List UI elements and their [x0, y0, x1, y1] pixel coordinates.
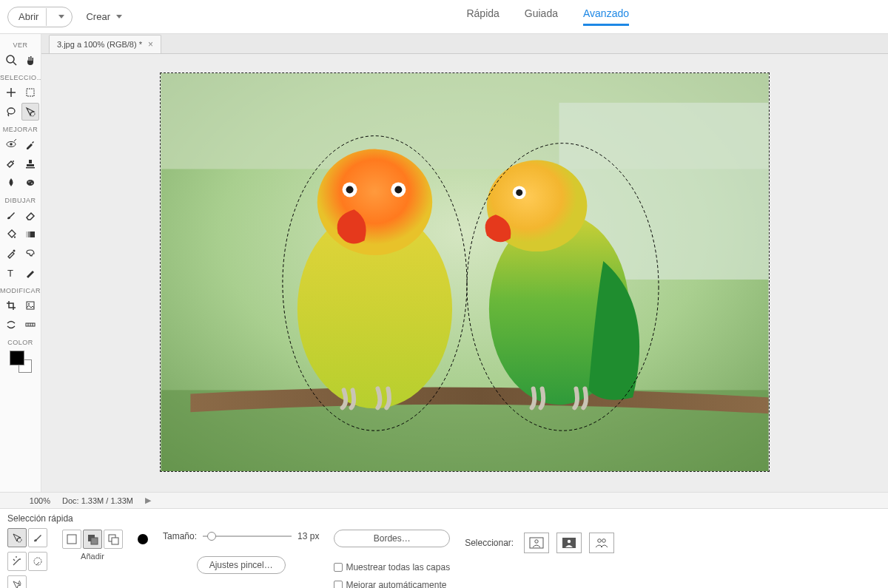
- brush-settings-button[interactable]: Ajustes pincel…: [197, 556, 286, 574]
- svg-rect-4: [27, 89, 34, 96]
- svg-point-36: [346, 186, 354, 193]
- svg-point-14: [27, 180, 34, 186]
- checkbox-icon: [334, 563, 343, 572]
- move-tool-icon[interactable]: [2, 84, 20, 101]
- sample-all-layers-checkbox[interactable]: Muestrear todas las capas: [334, 562, 450, 572]
- status-bar: 100% Doc: 1.33M / 1.33M ▶: [0, 492, 888, 508]
- brush-preview-icon: [138, 534, 148, 544]
- marquee-tool-icon[interactable]: [21, 84, 39, 101]
- mode-tab-quick[interactable]: Rápida: [466, 7, 499, 26]
- quick-select-variant-icon[interactable]: [7, 528, 27, 547]
- open-button[interactable]: Abrir: [7, 7, 73, 27]
- svg-line-9: [14, 139, 16, 141]
- svg-point-54: [535, 540, 538, 543]
- svg-point-21: [13, 250, 15, 252]
- canvas-area[interactable]: [41, 54, 888, 492]
- eyedropper-tool-icon[interactable]: [21, 135, 39, 153]
- svg-rect-11: [29, 160, 32, 163]
- auto-enhance-checkbox[interactable]: Mejorar automáticamente: [334, 580, 450, 588]
- canvas-image[interactable]: [160, 72, 770, 472]
- workspace: 3.jpg a 100% (RGB/8) * ×: [41, 34, 888, 492]
- brush-size-slider[interactable]: [203, 535, 292, 537]
- select-label: Seleccionar:: [465, 538, 514, 548]
- size-label: Tamaño:: [163, 531, 197, 541]
- doc-size: Doc: 1.33M / 1.33M: [62, 496, 133, 505]
- svg-point-8: [10, 143, 13, 146]
- sponge-tool-icon[interactable]: [21, 174, 39, 192]
- svg-line-1: [13, 62, 16, 65]
- section-modify: MODIFICAR: [0, 287, 41, 294]
- auto-select-variant-icon[interactable]: A: [7, 575, 27, 588]
- document-tabs: 3.jpg a 100% (RGB/8) * ×: [41, 34, 888, 54]
- zoom-tool-icon[interactable]: [2, 51, 20, 69]
- svg-rect-12: [27, 164, 34, 166]
- sample-all-layers-label: Muestrear todas las capas: [346, 562, 450, 572]
- hand-tool-icon[interactable]: [21, 51, 39, 69]
- mode-tab-expert[interactable]: Avanzado: [583, 7, 629, 26]
- chevron-right-icon[interactable]: ▶: [145, 496, 151, 505]
- svg-rect-23: [27, 302, 34, 309]
- auto-enhance-label: Mejorar automáticamente: [346, 580, 446, 588]
- svg-rect-20: [26, 232, 28, 237]
- options-title: Selección rápida: [7, 513, 881, 524]
- type-tool-icon[interactable]: T: [2, 264, 20, 282]
- pencil-tool-icon[interactable]: [21, 264, 39, 282]
- blur-tool-icon[interactable]: [2, 174, 20, 192]
- checkbox-icon: [334, 581, 343, 588]
- eraser-tool-icon[interactable]: [21, 206, 39, 224]
- size-value: 13 px: [297, 531, 319, 541]
- heal-tool-icon[interactable]: [2, 155, 20, 172]
- svg-rect-52: [112, 538, 118, 544]
- eye-tool-icon[interactable]: [2, 135, 20, 153]
- select-people-icon[interactable]: [589, 533, 614, 553]
- svg-rect-48: [67, 535, 76, 544]
- section-draw: DIBUJAR: [0, 197, 41, 204]
- bucket-tool-icon[interactable]: [2, 226, 20, 243]
- svg-point-15: [28, 181, 30, 183]
- selection-new-icon[interactable]: [62, 530, 81, 549]
- recompose-tool-icon[interactable]: [21, 297, 39, 314]
- gradient-tool-icon[interactable]: [21, 226, 39, 243]
- straighten-tool-icon[interactable]: [21, 316, 39, 334]
- quick-select-tool-icon[interactable]: [21, 103, 39, 121]
- create-button[interactable]: Crear: [86, 11, 122, 22]
- close-icon[interactable]: ×: [148, 39, 153, 50]
- move-content-tool-icon[interactable]: [2, 316, 20, 334]
- tool-options-panel: Selección rápida A Añadir: [0, 508, 888, 588]
- picker-tool-icon[interactable]: [2, 245, 20, 263]
- lasso-tool-icon[interactable]: [2, 103, 20, 121]
- svg-point-10: [13, 160, 14, 162]
- document-tab-title: 3.jpg a 100% (RGB/8) *: [57, 40, 142, 49]
- stamp-tool-icon[interactable]: [21, 155, 39, 172]
- section-color: COLOR: [0, 339, 41, 346]
- magic-wand-variant-icon[interactable]: [7, 552, 27, 571]
- svg-point-43: [516, 189, 522, 195]
- chevron-down-icon: [58, 15, 64, 18]
- svg-point-0: [7, 55, 14, 63]
- shape-tool-icon[interactable]: [21, 245, 39, 263]
- select-background-icon[interactable]: [556, 533, 582, 553]
- selection-add-icon[interactable]: [83, 530, 102, 549]
- open-label: Abrir: [18, 11, 38, 22]
- foreground-color-swatch[interactable]: [10, 351, 24, 365]
- select-subject-icon[interactable]: [524, 533, 549, 553]
- toolbox: VER SELECCIO… MEJORAR DIBUJAR: [0, 34, 41, 492]
- mode-tabs: Rápida Guiada Avanzado: [466, 7, 629, 26]
- edges-button[interactable]: Bordes…: [334, 530, 450, 547]
- zoom-level[interactable]: 100%: [6, 496, 50, 505]
- section-view: VER: [0, 41, 41, 49]
- svg-rect-13: [26, 167, 35, 169]
- svg-point-17: [30, 180, 30, 181]
- mode-tab-guided[interactable]: Guiada: [525, 7, 558, 26]
- svg-point-38: [394, 186, 402, 193]
- svg-point-24: [28, 303, 30, 305]
- color-swatches[interactable]: [10, 351, 32, 373]
- document-tab[interactable]: 3.jpg a 100% (RGB/8) * ×: [49, 35, 161, 53]
- refine-brush-variant-icon[interactable]: [28, 552, 47, 571]
- selection-subtract-icon[interactable]: [104, 530, 123, 549]
- create-label: Crear: [86, 11, 110, 22]
- section-enhance: MEJORAR: [0, 126, 41, 133]
- brush-tool-icon[interactable]: [2, 206, 20, 224]
- selection-brush-variant-icon[interactable]: [28, 528, 47, 547]
- crop-tool-icon[interactable]: [2, 297, 20, 314]
